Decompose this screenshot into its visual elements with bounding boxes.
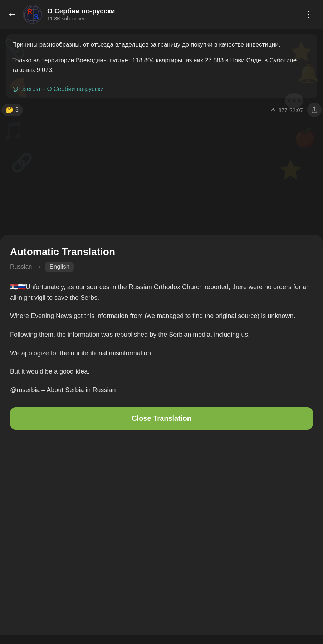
translation-overlay: Automatic Translation Russian → English … [0, 235, 323, 635]
translation-channel-link: @ruserbia – About Serbia in Russian [10, 385, 313, 396]
language-from: Russian [10, 263, 32, 270]
views-icon: 👁 [270, 107, 276, 113]
message-bubble: Причины разнообразны, от отъезда владель… [6, 34, 317, 98]
channel-info: О Сербии по-русски 11.3K subscribers [47, 7, 302, 21]
reaction-badge[interactable]: 🤔 3 [1, 104, 23, 116]
language-to-badge: English [45, 262, 74, 272]
reaction-count: 3 [15, 107, 19, 113]
close-translation-button[interactable]: Close Translation [10, 407, 313, 430]
channel-name: О Сербии по-русски [47, 7, 302, 15]
reaction-emoji: 🤔 [6, 106, 13, 114]
message-time: 22:07 [289, 107, 303, 113]
avatar-letter-s: S [34, 13, 39, 21]
translation-paragraph-4: We apologize for the unintentional misin… [10, 348, 313, 359]
translation-paragraph-1: 🇷🇸🇷🇺Unfortunately, as our sources in the… [10, 282, 313, 303]
back-button[interactable]: ← [7, 9, 17, 20]
language-arrow: → [35, 263, 41, 270]
avatar-letter-r: R [27, 8, 32, 16]
channel-avatar: R S [23, 5, 42, 24]
translation-paragraph-5: But it would be a good idea. [10, 366, 313, 377]
translation-paragraph-2: Where Evening News got this information … [10, 311, 313, 322]
translation-paragraph-3: Following them, the information was repu… [10, 330, 313, 340]
message-text-p2: Только на территории Воеводины пустует 1… [12, 56, 311, 75]
message-footer: 🤔 3 👁 877 22:07 [0, 103, 323, 117]
message-area: ⭐ 🔔 💬 🍎 ⭐ 📎 🍕 🎵 🔗 Причины разнообразны, … [0, 34, 323, 235]
more-options-button[interactable]: ⋮ [302, 6, 316, 22]
message-channel-link[interactable]: @ruserbia – О Сербии по-русски [12, 86, 311, 93]
share-button[interactable] [307, 103, 322, 117]
language-row: Russian → English [10, 262, 313, 272]
view-count: 877 [278, 107, 287, 113]
header: ← R S О Сербии по-русски 11.3K subscribe… [0, 0, 323, 29]
translation-title: Automatic Translation [10, 246, 313, 258]
message-text-p1: Причины разнообразны, от отъезда владель… [12, 40, 311, 49]
channel-subscribers: 11.3K subscribers [47, 16, 302, 21]
translation-body: 🇷🇸🇷🇺Unfortunately, as our sources in the… [10, 282, 313, 396]
message-meta: 👁 877 22:07 [270, 107, 303, 113]
